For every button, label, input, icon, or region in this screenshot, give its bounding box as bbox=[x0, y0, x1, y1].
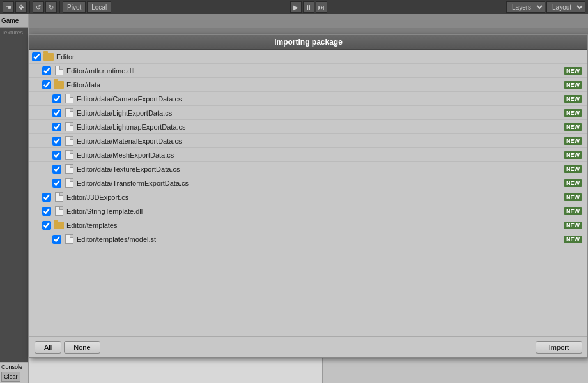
play-icon[interactable]: ▶ bbox=[290, 1, 302, 13]
dialog-footer: All None Import bbox=[29, 337, 587, 357]
file-list[interactable]: EditorEditor/antlr.runtime.dllNEWEditor/… bbox=[29, 50, 587, 337]
file-doc-icon bbox=[64, 164, 74, 174]
main-area: Game Textures Console Clear Importing pa… bbox=[0, 14, 588, 383]
file-name: Editor/data/TransformExportData.cs bbox=[77, 179, 561, 187]
file-doc-icon bbox=[54, 66, 64, 76]
new-badge: NEW bbox=[564, 123, 582, 131]
file-name: Editor/data/LightmapExportData.cs bbox=[77, 123, 561, 131]
local-button[interactable]: Local bbox=[87, 1, 111, 13]
new-badge: NEW bbox=[564, 207, 582, 215]
transform-icon[interactable]: ✥ bbox=[15, 1, 27, 13]
file-checkbox[interactable] bbox=[52, 109, 61, 117]
file-doc-icon bbox=[64, 136, 74, 146]
file-doc-icon bbox=[64, 178, 74, 188]
file-row: Editor/StringTemplate.dllNEW bbox=[29, 204, 587, 218]
texture-label: Textures bbox=[0, 28, 28, 37]
pivot-label: Pivot bbox=[67, 4, 81, 11]
file-name: Editor/data/CameraExportData.cs bbox=[77, 95, 561, 103]
step-icon[interactable]: ⏭ bbox=[316, 1, 327, 13]
file-name: Editor/data bbox=[66, 81, 561, 89]
file-row: Editor/J3DExport.csNEW bbox=[29, 190, 587, 204]
file-checkbox[interactable] bbox=[52, 179, 61, 188]
file-name: Editor/data/LightExportData.cs bbox=[77, 109, 561, 117]
file-doc-icon bbox=[64, 234, 74, 244]
folder-icon bbox=[54, 220, 64, 230]
file-checkbox[interactable] bbox=[52, 235, 61, 244]
new-badge: NEW bbox=[564, 222, 582, 229]
undo-icon[interactable]: ↺ bbox=[33, 1, 44, 13]
file-row: Editor/data/CameraExportData.csNEW bbox=[29, 92, 587, 106]
file-row: Editor/data/LightmapExportData.csNEW bbox=[29, 120, 587, 134]
file-checkbox[interactable] bbox=[42, 66, 51, 75]
file-doc-icon bbox=[64, 108, 74, 118]
new-badge: NEW bbox=[564, 236, 582, 243]
file-checkbox[interactable] bbox=[52, 137, 61, 146]
file-row: Editor/dataNEW bbox=[29, 78, 587, 92]
new-badge: NEW bbox=[564, 95, 582, 103]
file-doc-icon bbox=[54, 192, 64, 202]
file-checkbox[interactable] bbox=[52, 94, 61, 103]
file-doc-icon bbox=[54, 206, 64, 216]
console-area: Console Clear bbox=[0, 362, 28, 383]
file-checkbox[interactable] bbox=[32, 52, 41, 61]
separator-1 bbox=[29, 1, 30, 13]
file-checkbox[interactable] bbox=[52, 165, 61, 174]
dialog-title: Importing package bbox=[29, 35, 587, 50]
file-row: Editor/antlr.runtime.dllNEW bbox=[29, 64, 587, 78]
new-badge: NEW bbox=[564, 193, 582, 201]
file-name: Editor bbox=[56, 53, 585, 61]
file-doc-icon bbox=[64, 122, 74, 132]
console-label: Console bbox=[1, 364, 27, 370]
new-badge: NEW bbox=[564, 137, 582, 145]
redo-icon[interactable]: ↻ bbox=[45, 1, 57, 13]
file-name: Editor/antlr.runtime.dll bbox=[66, 67, 561, 75]
pause-icon[interactable]: ⏸ bbox=[303, 1, 314, 13]
dialog-title-text: Importing package bbox=[274, 38, 343, 47]
file-name: Editor/data/MaterialExportData.cs bbox=[77, 137, 561, 145]
file-row: Editor/templates/model.stNEW bbox=[29, 232, 587, 246]
import-button[interactable]: Import bbox=[536, 341, 582, 354]
file-name: Editor/J3DExport.cs bbox=[66, 193, 561, 201]
file-checkbox[interactable] bbox=[42, 193, 51, 202]
file-doc-icon bbox=[64, 150, 74, 160]
file-checkbox[interactable] bbox=[52, 123, 61, 131]
file-name: Editor/data/MeshExportData.cs bbox=[77, 151, 561, 159]
folder-icon bbox=[43, 52, 54, 62]
hand-tool-icon[interactable]: ☚ bbox=[3, 1, 14, 13]
center-area: Importing package EditorEditor/antlr.run… bbox=[29, 14, 588, 383]
clear-button[interactable]: Clear bbox=[1, 372, 20, 382]
import-dialog: Importing package EditorEditor/antlr.run… bbox=[29, 34, 588, 358]
file-name: Editor/templates bbox=[66, 222, 561, 229]
file-row: Editor/data/LightExportData.csNEW bbox=[29, 106, 587, 120]
file-row: Editor/data/TransformExportData.csNEW bbox=[29, 176, 587, 190]
dialog-overlay: Importing package EditorEditor/antlr.run… bbox=[29, 28, 588, 255]
folder-icon bbox=[54, 80, 64, 90]
game-label: Game bbox=[1, 17, 19, 24]
top-toolbar: ☚ ✥ ↺ ↻ Pivot Local ▶ ⏸ ⏭ Layers Layout bbox=[0, 0, 588, 14]
new-badge: NEW bbox=[564, 179, 582, 187]
dialog-body: EditorEditor/antlr.runtime.dllNEWEditor/… bbox=[29, 50, 587, 357]
all-button[interactable]: All bbox=[35, 341, 61, 354]
left-panel: Game Textures Console Clear bbox=[0, 14, 29, 383]
new-badge: NEW bbox=[564, 151, 582, 159]
file-doc-icon bbox=[64, 94, 74, 104]
pivot-button[interactable]: Pivot bbox=[63, 1, 86, 13]
layers-select[interactable]: Layers bbox=[506, 1, 545, 13]
none-button[interactable]: None bbox=[64, 341, 100, 354]
file-row: Editor/templatesNEW bbox=[29, 218, 587, 232]
file-name: Editor/data/TextureExportData.cs bbox=[77, 165, 561, 173]
file-checkbox[interactable] bbox=[42, 80, 51, 89]
file-row: Editor bbox=[29, 50, 587, 64]
file-name: Editor/templates/model.st bbox=[77, 236, 561, 243]
file-checkbox[interactable] bbox=[42, 221, 51, 230]
new-badge: NEW bbox=[564, 109, 582, 117]
file-name: Editor/StringTemplate.dll bbox=[66, 207, 561, 215]
new-badge: NEW bbox=[564, 67, 582, 75]
file-checkbox[interactable] bbox=[42, 207, 51, 216]
layout-select[interactable]: Layout bbox=[546, 1, 585, 13]
file-checkbox[interactable] bbox=[52, 151, 61, 160]
game-tab[interactable]: Game bbox=[0, 14, 28, 28]
new-badge: NEW bbox=[564, 165, 582, 173]
file-row: Editor/data/MeshExportData.csNEW bbox=[29, 148, 587, 162]
separator-2 bbox=[59, 1, 60, 13]
